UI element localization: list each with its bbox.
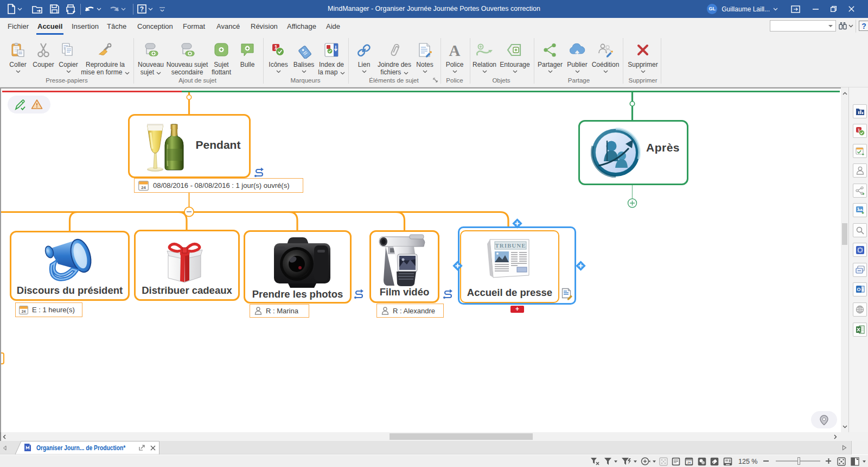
svg-text:A: A [449,42,461,59]
svg-text:24: 24 [22,310,26,313]
svg-text:24: 24 [141,185,146,190]
svg-text:O: O [857,287,860,292]
svg-text:TRIBUNE: TRIBUNE [495,242,526,249]
svg-text:24: 24 [687,461,691,464]
